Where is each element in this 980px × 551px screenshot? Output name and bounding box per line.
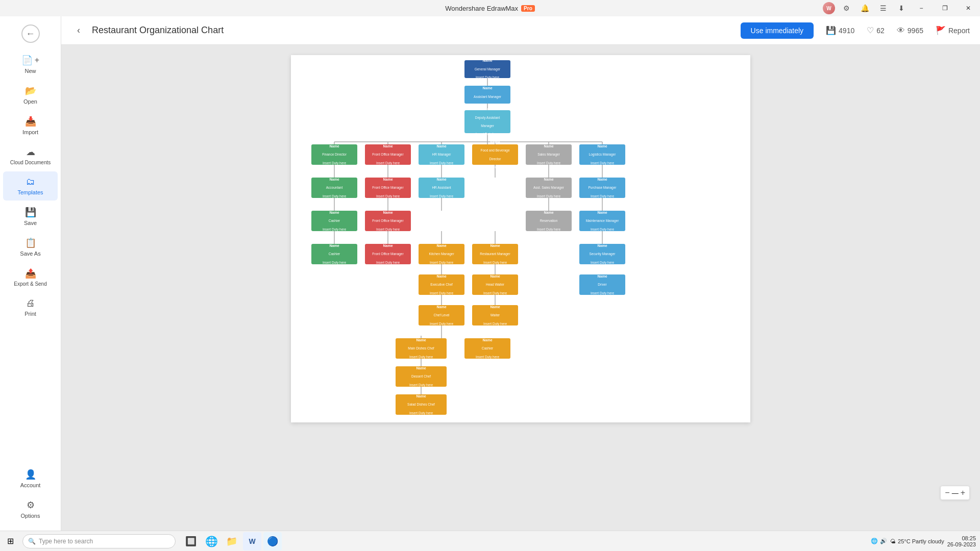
saveas-icon: 📋 [25, 237, 36, 248]
taskbar-date: 26-09-2023 [947, 541, 976, 547]
org-node-waiter[interactable]: NameWaiterInsert Duty here [472, 305, 518, 325]
org-node-fd[interactable]: NameFinance DirectorInsert Duty here [311, 144, 357, 165]
back-circle-icon: ← [21, 24, 40, 43]
org-node-sm[interactable]: NameSales ManagerInsert Duty here [526, 144, 572, 165]
org-node-cash[interactable]: NameCashierInsert Duty here [311, 211, 357, 231]
restore-button[interactable]: ❐ [933, 0, 957, 16]
sidebar-item-import[interactable]: 📥 Import [3, 111, 58, 140]
org-node-kitm[interactable]: NameKitchen ManagerInsert Duty here [419, 244, 464, 264]
chart-connectors [291, 55, 750, 422]
org-node-secm[interactable]: NameSecurity ManagerInsert Duty here [579, 244, 625, 264]
org-node-restm[interactable]: NameRestaurant ManagerInsert Duty here [472, 244, 518, 264]
zoom-in-button[interactable]: + [961, 488, 965, 497]
taskbar-app-edraw[interactable]: 🔵 [263, 532, 282, 550]
import-label: Import [22, 129, 38, 135]
new-label: New [24, 68, 36, 74]
new-plus-icon: + [35, 56, 39, 65]
cloud-icon: ☁ [26, 146, 35, 158]
taskbar-datetime: 08:25 26-09-2023 [947, 535, 976, 547]
taskbar-search-icon: 🔍 [28, 538, 36, 545]
app-title: Wondershare EdrawMax Pro [445, 5, 535, 12]
options-label: Options [21, 513, 40, 519]
org-node-fom2[interactable]: NameFront Office ManagerInsert Duty here [365, 178, 411, 198]
zoom-control: − — + [940, 486, 970, 500]
org-node-fb[interactable]: NameFood and BeverageDirectorInsert Duty… [472, 144, 518, 165]
like-icon: ♡ [867, 26, 874, 35]
settings-icon[interactable]: ⚙ [839, 1, 853, 15]
export-icon: 📤 [25, 268, 36, 279]
header-back-button[interactable]: ‹ [71, 23, 86, 38]
taskbar-weather: 🌤 25°C Partly cloudy [890, 538, 944, 544]
sidebar-item-open[interactable]: 📂 Open [3, 80, 58, 110]
org-node-acc[interactable]: NameAccountantInsert Duty here [311, 178, 357, 198]
sidebar-item-options[interactable]: ⚙ Options [3, 494, 58, 524]
like-count[interactable]: ♡ 62 [867, 26, 885, 35]
open-label: Open [23, 98, 37, 105]
org-node-am[interactable]: NameAssistant Manager [464, 86, 510, 104]
org-node-lm[interactable]: NameLogistics ManagerInsert Duty here [579, 144, 625, 165]
download-icon[interactable]: ⬇ [894, 1, 909, 15]
taskbar-volume-icon[interactable]: 🔊 [880, 538, 887, 544]
taskbar-app-explorer[interactable]: 📁 [223, 532, 241, 550]
sidebar-item-save[interactable]: 💾 Save [3, 202, 58, 231]
view-icon: 👁 [897, 26, 905, 35]
org-node-gm[interactable]: NameGeneral ManagerInsert Duty here [464, 60, 510, 78]
window-controls: − ❐ ✕ [910, 0, 980, 16]
header-actions: Use immediately 💾 4910 ♡ 62 👁 9965 🚩 Rep… [741, 22, 970, 39]
report-button[interactable]: 🚩 Report [936, 26, 970, 35]
org-node-pm[interactable]: NamePurchase ManagerInsert Duty here [579, 178, 625, 198]
taskbar-app-word[interactable]: W [243, 532, 261, 550]
org-node-dessertc[interactable]: NameDessert ChefInsert Duty here [396, 366, 447, 387]
sidebar-item-account[interactable]: 👤 Account [3, 464, 58, 493]
org-node-fom3[interactable]: NameFront Office ManagerInsert Duty here [365, 211, 411, 231]
sidebar-item-cloud[interactable]: ☁ Cloud Documents [3, 141, 58, 170]
sidebar-item-print[interactable]: 🖨 Print [3, 293, 58, 322]
flag-icon: 🚩 [936, 26, 946, 35]
close-button[interactable]: ✕ [957, 0, 980, 16]
org-node-mainc[interactable]: NameMain Dishes ChefInsert Duty here [396, 338, 447, 359]
taskbar-system-icons: 🌐 🔊 [871, 538, 887, 544]
sidebar-item-new[interactable]: 📄 + New [3, 49, 58, 79]
org-node-execc[interactable]: NameExecutive ChefInsert Duty here [419, 274, 464, 295]
save-icon: 💾 [25, 207, 36, 218]
org-node-hr[interactable]: NameHR ManagerInsert Duty here [419, 144, 464, 165]
avatar[interactable]: W [823, 2, 835, 14]
titlebar: Wondershare EdrawMax Pro W ⚙ 🔔 ☰ ⬇ − ❐ ✕ [0, 0, 980, 16]
taskbar-network-icon[interactable]: 🌐 [871, 538, 878, 544]
import-icon: 📥 [25, 116, 36, 127]
notification-icon[interactable]: 🔔 [857, 1, 872, 15]
org-node-cash2[interactable]: NameCashierInsert Duty here [311, 244, 357, 264]
taskbar-app-edge[interactable]: 🌐 [202, 532, 220, 550]
sidebar-item-export[interactable]: 📤 Export & Send [3, 263, 58, 292]
org-node-fom4[interactable]: NameFront Office ManagerInsert Duty here [365, 244, 411, 264]
org-node-hra[interactable]: NameHR AssistantInsert Duty here [419, 178, 464, 198]
org-node-cashier3[interactable]: NameCashierInsert Duty here [464, 338, 510, 359]
account-icon: 👤 [25, 469, 36, 480]
minimize-button[interactable]: − [910, 0, 933, 16]
taskbar-search[interactable]: 🔍 Type here to search [22, 534, 176, 548]
org-node-driver[interactable]: NameDriverInsert Duty here [579, 274, 625, 295]
taskbar-app-widgets[interactable]: 🔲 [182, 532, 200, 550]
org-node-dam[interactable]: NameDeputy AssistantManagerInsert Duty h… [464, 110, 510, 133]
chart-area[interactable]: NameGeneral ManagerInsert Duty hereNameA… [61, 45, 980, 531]
sidebar-back-button[interactable]: ← [17, 20, 44, 47]
taskbar-right: 🌐 🔊 🌤 25°C Partly cloudy 08:25 26-09-202… [871, 535, 980, 547]
taskbar-apps: 🔲 🌐 📁 W 🔵 [182, 532, 282, 550]
sidebar-item-templates[interactable]: 🗂 Templates [3, 171, 58, 201]
org-node-res[interactable]: NameReservationInsert Duty here [526, 211, 572, 231]
zoom-out-button[interactable]: − [945, 488, 949, 497]
content-header: ‹ Restaurant Organizational Chart Use im… [61, 16, 980, 45]
org-node-headw[interactable]: NameHead WaiterInsert Duty here [472, 274, 518, 295]
org-node-chefl[interactable]: NameChef LevelInsert Duty here [419, 305, 464, 325]
menu-icon[interactable]: ☰ [876, 1, 890, 15]
org-node-fom1[interactable]: NameFront Office ManagerInsert Duty here [365, 144, 411, 165]
org-node-asm[interactable]: NameAsst. Sales ManagerInsert Duty here [526, 178, 572, 198]
zoom-divider: — [952, 489, 959, 497]
org-node-salad[interactable]: NameSalad Dishes ChefInsert Duty here [396, 394, 447, 415]
sidebar-item-saveas[interactable]: 📋 Save As [3, 232, 58, 262]
org-node-mm[interactable]: NameMaintenance ManagerInsert Duty here [579, 211, 625, 231]
templates-icon: 🗂 [26, 177, 35, 187]
start-button[interactable]: ⊞ [0, 531, 20, 552]
use-immediately-button[interactable]: Use immediately [741, 22, 814, 39]
saveas-label: Save As [20, 251, 40, 257]
